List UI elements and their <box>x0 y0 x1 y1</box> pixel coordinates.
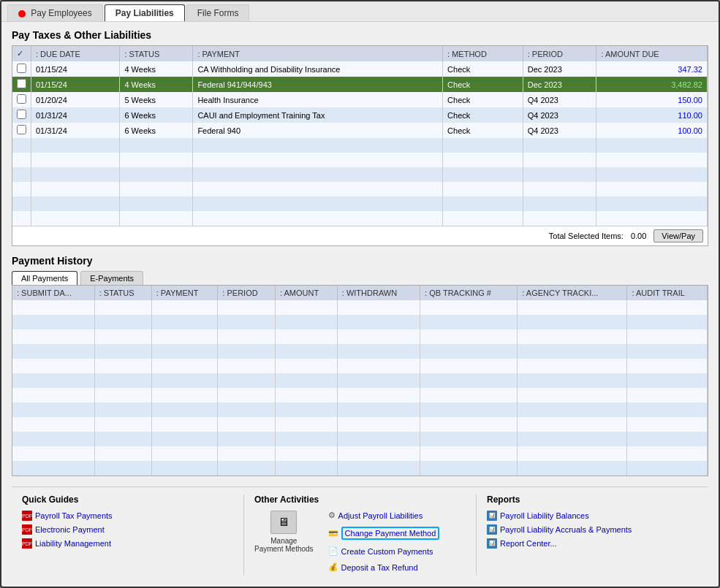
reports-col: Reports 📊 Payroll Liability Balances 📊 P… <box>477 495 708 576</box>
tab-pay-employees[interactable]: Pay Employees <box>7 4 103 21</box>
ph-col-payment: : PAYMENT <box>151 286 218 300</box>
tab-bar: Pay Employees Pay Liabilities File Forms <box>1 1 719 22</box>
link-create-custom-payments[interactable]: Create Custom Payments <box>341 547 433 556</box>
payment-history-section: Payment History All Payments E-Payments … <box>12 255 708 476</box>
row-period: Q4 2023 <box>523 92 596 107</box>
row-method: Check <box>443 77 523 92</box>
link-liability-management: PDF Liability Management <box>22 538 233 549</box>
tab-all-payments[interactable]: All Payments <box>12 271 77 285</box>
row-status: 6 Weeks <box>120 123 193 138</box>
row-check[interactable] <box>12 77 31 92</box>
link-change-payment-method[interactable]: Change Payment Method <box>341 527 440 540</box>
adjust-icon: ⚙ <box>328 511 336 520</box>
link-adjust-payroll: ⚙ Adjust Payroll Liabilities <box>328 511 440 520</box>
ph-col-submit: : SUBMIT DA... <box>12 286 94 300</box>
pdf-icon-2: PDF <box>22 524 32 535</box>
col-due-date: : DUE DATE <box>31 46 120 61</box>
row-payment: Health Insurance <box>193 92 443 107</box>
ph-empty-row <box>12 388 708 402</box>
row-check[interactable] <box>12 61 31 77</box>
row-check[interactable] <box>12 92 31 107</box>
row-method: Check <box>443 107 523 123</box>
row-amount: 347.32 <box>596 61 708 77</box>
alert-icon <box>18 10 26 18</box>
col-status: : STATUS <box>120 46 193 61</box>
liability-row-1[interactable]: 01/15/24 4 Weeks Federal 941/944/943 Che… <box>12 77 708 92</box>
row-amount: 3,482.82 <box>596 77 708 92</box>
row-due-date: 01/15/24 <box>31 61 120 77</box>
link-payroll-tax-payments[interactable]: Payroll Tax Payments <box>35 511 113 520</box>
link-liability-management[interactable]: Liability Management <box>35 539 111 548</box>
row-check[interactable] <box>12 107 31 123</box>
col-method: : METHOD <box>443 46 523 61</box>
ph-col-qb: : QB TRACKING # <box>420 286 518 300</box>
report-icon-3: 📊 <box>487 538 497 549</box>
bottom-section: Quick Guides PDF Payroll Tax Payments PD… <box>12 486 708 576</box>
link-adjust-payroll-liabilities[interactable]: Adjust Payroll Liabilities <box>338 511 423 520</box>
ph-col-withdrawn: : WITHDRAWN <box>337 286 420 300</box>
main-content: Pay Taxes & Other Liabilities ✓ : DUE DA… <box>1 22 719 583</box>
change-icon: 💳 <box>328 529 338 538</box>
liabilities-table-container: ✓ : DUE DATE : STATUS : PAYMENT : METHOD… <box>12 45 708 246</box>
ph-empty-row <box>12 344 708 359</box>
manage-payment-icon[interactable]: 🖥 <box>270 511 297 534</box>
liability-empty-row <box>12 211 708 226</box>
ph-tbody <box>12 300 708 476</box>
tab-file-forms[interactable]: File Forms <box>186 4 250 21</box>
liability-row-3[interactable]: 01/31/24 6 Weeks CAUI and Employment Tra… <box>12 107 708 123</box>
liability-row-0[interactable]: 01/15/24 4 Weeks CA Withholding and Disa… <box>12 61 708 77</box>
reports-title: Reports <box>487 495 698 505</box>
liability-empty-row <box>12 182 708 196</box>
row-due-date: 01/15/24 <box>31 77 120 92</box>
pdf-icon: PDF <box>22 511 32 521</box>
row-status: 4 Weeks <box>120 77 193 92</box>
ph-header-row: : SUBMIT DA... : STATUS : PAYMENT : PERI… <box>12 286 708 300</box>
col-period: : PERIOD <box>523 46 596 61</box>
row-method: Check <box>443 61 523 77</box>
report-icon-2: 📊 <box>487 524 497 535</box>
row-status: 5 Weeks <box>120 92 193 107</box>
other-activities-content: 🖥 ManagePayment Methods ⚙ Adjust Payroll… <box>254 511 466 576</box>
col-payment: : PAYMENT <box>193 46 443 61</box>
link-payroll-accruals-anchor[interactable]: Payroll Liability Accruals & Payments <box>500 525 632 534</box>
ph-empty-row <box>12 359 708 373</box>
tab-pay-liabilities[interactable]: Pay Liabilities <box>105 4 185 21</box>
tab-e-payments[interactable]: E-Payments <box>80 271 143 285</box>
quick-guides-col: Quick Guides PDF Payroll Tax Payments PD… <box>12 495 244 576</box>
total-value: 0.00 <box>631 232 646 240</box>
row-payment: Federal 941/944/943 <box>193 77 443 92</box>
row-period: Dec 2023 <box>523 77 596 92</box>
liability-row-2[interactable]: 01/20/24 5 Weeks Health Insurance Check … <box>12 92 708 107</box>
liability-empty-row <box>12 138 708 153</box>
ph-empty-row <box>12 461 708 476</box>
ph-col-amount: : AMOUNT <box>275 286 337 300</box>
row-amount: 100.00 <box>596 123 708 138</box>
link-deposit-tax-refund[interactable]: Deposit a Tax Refund <box>341 563 418 572</box>
link-change-payment-highlighted: 💳 Change Payment Method <box>328 527 440 540</box>
link-payroll-liability-balances-anchor[interactable]: Payroll Liability Balances <box>500 511 589 520</box>
row-payment: CAUI and Employment Training Tax <box>193 107 443 123</box>
manage-payment-methods: 🖥 ManagePayment Methods <box>254 511 314 576</box>
ph-empty-row <box>12 315 708 329</box>
ph-empty-row <box>12 402 708 417</box>
link-report-center-anchor[interactable]: Report Center... <box>500 539 557 548</box>
link-electronic-payment[interactable]: Electronic Payment <box>35 525 105 534</box>
link-create-custom: 📄 Create Custom Payments <box>328 546 440 556</box>
row-payment: CA Withholding and Disability Insurance <box>193 61 443 77</box>
ph-empty-row <box>12 432 708 446</box>
liability-row-4[interactable]: 01/31/24 6 Weeks Federal 940 Check Q4 20… <box>12 123 708 138</box>
ph-empty-row <box>12 300 708 315</box>
view-pay-button[interactable]: View/Pay <box>653 229 703 243</box>
link-report-center: 📊 Report Center... <box>487 538 698 549</box>
ph-empty-row <box>12 329 708 344</box>
quick-guides-title: Quick Guides <box>22 495 233 505</box>
row-check[interactable] <box>12 123 31 138</box>
payment-history-tabs: All Payments E-Payments <box>12 271 708 285</box>
table-header-row: ✓ : DUE DATE : STATUS : PAYMENT : METHOD… <box>12 46 708 61</box>
ph-empty-row <box>12 373 708 388</box>
manage-payment-label: ManagePayment Methods <box>254 537 314 553</box>
ph-col-agency: : AGENCY TRACKI... <box>518 286 627 300</box>
link-payroll-tax: PDF Payroll Tax Payments <box>22 511 233 521</box>
row-method: Check <box>443 123 523 138</box>
other-activities-title: Other Activities <box>254 495 466 505</box>
